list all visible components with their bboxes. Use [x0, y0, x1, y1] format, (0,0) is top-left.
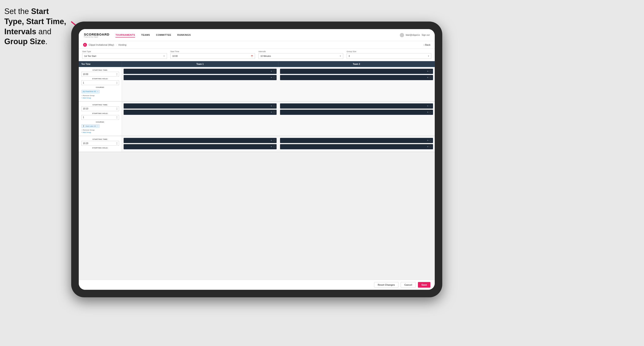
left-panel-3: STARTING TIME: 10:20 ▲▼ STARTING HOLE: [79, 136, 122, 152]
slot-x-1-1[interactable]: ✕ [270, 70, 272, 72]
instruction-text: Set the Start Type, Start Time, Interval… [4, 6, 69, 47]
slot-x-6-1[interactable]: ✕ [427, 139, 429, 142]
group-row-3: STARTING TIME: 10:20 ▲▼ STARTING HOLE: ✕ [79, 136, 435, 152]
starting-hole-input-2[interactable]: 1 ▲▼ [81, 115, 119, 120]
time-stepper-2[interactable]: ▲▼ [116, 107, 118, 110]
starting-time-label-2: STARTING TIME: [81, 104, 119, 106]
player-slot-6-2: ✕ [280, 144, 433, 149]
slot-x-5-1[interactable]: ✕ [270, 139, 272, 142]
remove-group-2[interactable]: ○ Remove Group [81, 129, 119, 131]
start-type-group: Start Type 1st Tee Start ▼ [82, 50, 167, 59]
start-type-select[interactable]: 1st Tee Start ▼ [82, 53, 167, 59]
player-slot-4-2: ✕ [280, 110, 433, 115]
slot-x-4-2[interactable]: ✕ [427, 111, 429, 113]
breadcrumb-logo: C [83, 43, 87, 47]
slot-x-3-2[interactable]: ✕ [270, 111, 272, 113]
intervals-label: Intervals [258, 50, 343, 53]
course-name-1: (A) Peachtree GC [83, 90, 96, 92]
save-button[interactable]: Save [418, 282, 430, 288]
schedule-table: Tee Time Team 1 Team 2 STARTING TIME: 10… [79, 61, 435, 280]
hole-stepper-1[interactable]: ▲▼ [116, 81, 118, 84]
slot-x-3-1[interactable]: ✕ [270, 105, 272, 107]
time-stepper-1[interactable]: ▲▼ [116, 73, 118, 76]
player-slot-1-1: ✕ [124, 69, 276, 74]
team1-col-2: ✕ ✕ [122, 102, 278, 136]
slot-icon-6-1 [430, 139, 432, 142]
player-slot-5-2: ✕ [124, 144, 276, 149]
nav-committee[interactable]: COMMITTEE [156, 33, 171, 37]
slot-x-2-2[interactable]: ✕ [427, 76, 429, 79]
group-size-select[interactable]: 3 ▼ [347, 53, 432, 59]
slot-icon-5-1 [273, 139, 275, 142]
starting-time-input-1[interactable]: 10:00 ▲▼ [81, 72, 119, 76]
nav-rankings[interactable]: RANKINGS [177, 33, 191, 37]
slot-icon-4-2 [430, 111, 432, 113]
starting-time-label-1: STARTING TIME: [81, 69, 119, 71]
player-slot-2-1: ✕ [280, 69, 433, 74]
remove-group-1[interactable]: ○ Remove Group [81, 94, 119, 97]
add-group-1[interactable]: + Add Group [81, 97, 119, 99]
slot-x-5-2[interactable]: ✕ [270, 146, 272, 148]
team1-col-1: ✕ ✕ [122, 67, 278, 101]
sign-out-link[interactable]: Sign out [422, 34, 430, 36]
user-email: blair@clippd.io [406, 34, 420, 36]
group-row-1: STARTING TIME: 10:00 ▲▼ STARTING HOLE: 1… [79, 67, 435, 102]
starting-hole-input-1[interactable]: 1 ▲▼ [81, 80, 119, 85]
left-panel-1: STARTING TIME: 10:00 ▲▼ STARTING HOLE: 1… [79, 67, 122, 101]
starting-time-val-1: 10:00 [83, 73, 88, 75]
slot-icon-4-1 [430, 105, 432, 107]
back-button[interactable]: ‹ Back [424, 43, 430, 46]
slot-icon-2-2 [430, 76, 432, 79]
start-time-group: Start Time 10:00 ⏰ [170, 50, 255, 59]
team1-col-3: ✕ ✕ [122, 136, 278, 152]
starting-time-input-3[interactable]: 10:20 ▲▼ [81, 141, 119, 146]
hole-stepper-2[interactable]: ▲▼ [116, 116, 118, 119]
table-header: Tee Time Team 1 Team 2 [79, 61, 435, 67]
start-time-select[interactable]: 10:00 ⏰ [170, 53, 255, 59]
course-tag-2: 🏌 East Lake GC × [81, 124, 100, 128]
group-size-group: Group Size 3 ▼ [347, 50, 432, 59]
nav-tournaments[interactable]: TOURNAMENTS [116, 33, 135, 37]
reset-button[interactable]: Reset Changes [374, 282, 398, 288]
starting-hole-val-1: 1 [83, 82, 84, 84]
slot-icon-3-2 [273, 111, 275, 113]
player-slot-3-2: ✕ [124, 110, 276, 115]
col-tee-time: Tee Time [79, 61, 122, 67]
add-group-2[interactable]: + Add Group [81, 131, 119, 134]
nav-right: blair@clippd.io Sign out [400, 33, 430, 37]
player-slot-6-1: ✕ [280, 138, 433, 143]
tablet-screen: SCOREBOARD Powered by clippd TOURNAMENTS… [79, 29, 435, 290]
slot-x-2-1[interactable]: ✕ [427, 70, 429, 72]
group-size-value: 3 [349, 55, 350, 57]
top-nav: SCOREBOARD Powered by clippd TOURNAMENTS… [79, 29, 435, 41]
slot-icon-5-2 [273, 146, 275, 148]
tablet-frame: SCOREBOARD Powered by clippd TOURNAMENTS… [71, 21, 442, 297]
intervals-select[interactable]: 10 Minutes ▼ [258, 53, 343, 59]
action-bar: Reset Changes Cancel Save [79, 280, 435, 290]
starting-time-input-2[interactable]: 10:10 ▲▼ [81, 106, 119, 111]
player-slot-5-1: ✕ [124, 138, 276, 143]
nav-links: TOURNAMENTS TEAMS COMMITTEE RANKINGS [116, 33, 400, 37]
breadcrumb-bar: C Clippd Invitational (May) › Hosting ‹ … [79, 41, 435, 49]
group-size-chevron: ▼ [428, 55, 429, 57]
start-time-value: 10:00 [172, 55, 178, 57]
player-slot-4-1: ✕ [280, 103, 433, 109]
nav-teams[interactable]: TEAMS [141, 33, 150, 37]
cancel-button[interactable]: Cancel [401, 282, 416, 288]
slot-x-1-2[interactable]: ✕ [270, 76, 272, 79]
group-row-2: STARTING TIME: 10:10 ▲▼ STARTING HOLE: 1… [79, 102, 435, 136]
time-stepper-3[interactable]: ▲▼ [116, 142, 118, 145]
intervals-value: 10 Minutes [260, 55, 271, 57]
breadcrumb-section: Hosting [118, 43, 126, 46]
course-name-2: East Lake GC [86, 125, 96, 127]
course-remove-2[interactable]: × [97, 125, 98, 127]
course-icon-2: 🏌 [83, 125, 85, 127]
course-remove-1[interactable]: × [97, 90, 98, 93]
slot-x-4-1[interactable]: ✕ [427, 105, 429, 107]
starting-hole-label-2: STARTING HOLE: [81, 112, 119, 114]
slot-icon-1-1 [273, 70, 275, 72]
controls-row: Start Type 1st Tee Start ▼ Start Time 10… [79, 49, 435, 61]
slot-x-6-2[interactable]: ✕ [427, 146, 429, 148]
starting-hole-val-2: 1 [83, 116, 84, 119]
logo-area: SCOREBOARD Powered by clippd [84, 32, 110, 38]
